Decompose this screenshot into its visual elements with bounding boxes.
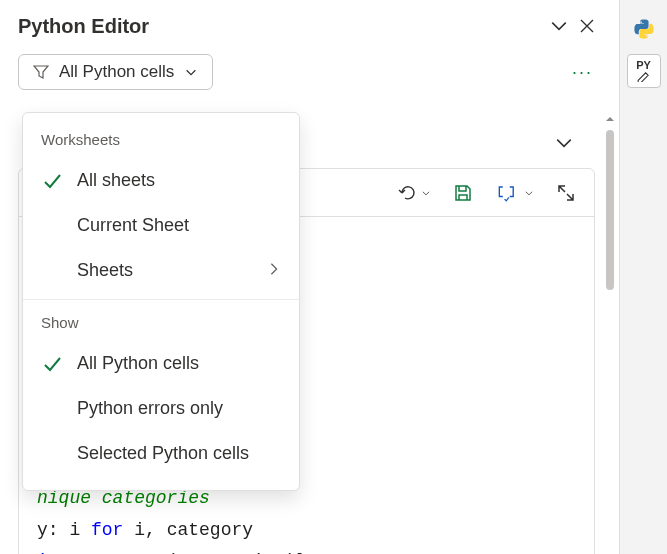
filter-label: All Python cells bbox=[59, 62, 174, 82]
menu-section-show: Show bbox=[23, 306, 299, 341]
filter-dropdown[interactable]: All Python cells bbox=[18, 54, 213, 90]
chevron-right-icon bbox=[267, 260, 281, 281]
save-icon bbox=[453, 183, 473, 203]
chevron-down-icon bbox=[555, 134, 573, 152]
right-rail: PY bbox=[619, 0, 667, 554]
save-button[interactable] bbox=[453, 183, 473, 203]
filter-icon bbox=[33, 64, 49, 80]
menu-item-current-sheet[interactable]: Current Sheet bbox=[23, 203, 299, 248]
menu-item-python-errors-only[interactable]: Python errors only bbox=[23, 386, 299, 431]
expand-icon bbox=[556, 183, 576, 203]
python-editor-rail-button[interactable]: PY bbox=[627, 54, 661, 88]
menu-item-sheets[interactable]: Sheets bbox=[23, 248, 299, 293]
filter-menu: Worksheets All sheets Current Sheet Shee… bbox=[22, 112, 300, 491]
pane-title: Python Editor bbox=[18, 15, 545, 38]
chevron-down-icon bbox=[184, 65, 198, 79]
expand-button[interactable] bbox=[556, 183, 576, 203]
undo-icon bbox=[398, 183, 418, 203]
editor-pane: Python Editor All Python cells ··· bbox=[0, 0, 619, 554]
toolbar: All Python cells ··· bbox=[0, 48, 619, 100]
menu-item-all-python-cells[interactable]: All Python cells bbox=[23, 341, 299, 386]
more-options-button[interactable]: ··· bbox=[564, 58, 601, 87]
py-edit-icon: PY bbox=[636, 60, 651, 82]
scrollbar[interactable] bbox=[605, 112, 615, 550]
menu-section-worksheets: Worksheets bbox=[23, 123, 299, 158]
pane-header: Python Editor bbox=[0, 0, 619, 48]
close-pane-button[interactable] bbox=[573, 12, 601, 40]
scroll-up-icon bbox=[605, 112, 615, 126]
collapse-pane-button[interactable] bbox=[545, 12, 573, 40]
python-logo-button[interactable] bbox=[627, 12, 661, 46]
brackets-icon bbox=[495, 183, 521, 203]
chevron-down-icon bbox=[550, 17, 568, 35]
scroll-thumb[interactable] bbox=[606, 130, 614, 290]
chevron-down-icon bbox=[421, 188, 431, 198]
undo-button[interactable] bbox=[398, 183, 431, 203]
check-icon bbox=[41, 171, 63, 191]
section-collapse-button[interactable] bbox=[555, 134, 573, 155]
close-icon bbox=[579, 18, 595, 34]
output-type-button[interactable] bbox=[495, 183, 534, 203]
menu-item-selected-python-cells[interactable]: Selected Python cells bbox=[23, 431, 299, 476]
menu-divider bbox=[23, 299, 299, 300]
chevron-down-icon bbox=[524, 188, 534, 198]
menu-item-all-sheets[interactable]: All sheets bbox=[23, 158, 299, 203]
python-icon bbox=[633, 18, 655, 40]
check-icon bbox=[41, 354, 63, 374]
